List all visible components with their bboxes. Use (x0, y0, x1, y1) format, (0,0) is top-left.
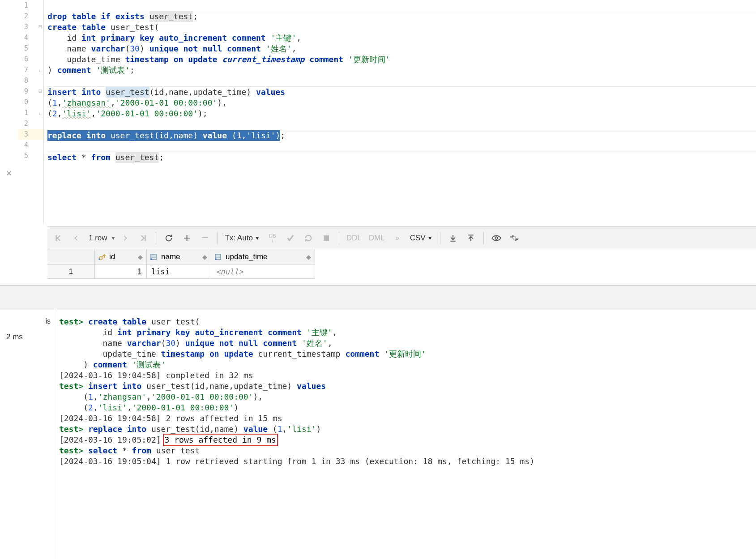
gutter-line: 8 (18, 75, 43, 86)
column-icon (215, 253, 223, 260)
column-header-update-time[interactable]: update_time ◆ (211, 249, 315, 265)
editor-line[interactable]: replace into user_test(id,name) value (1… (47, 130, 756, 141)
editor-line[interactable]: name varchar(30) unique not null comment… (47, 43, 756, 54)
results-table: id ◆ name ◆ (47, 249, 756, 279)
download-icon[interactable] (445, 230, 461, 246)
console-line: test> create table user_test( (59, 316, 754, 327)
table-row[interactable]: 1 1 lisi <null> (47, 265, 756, 279)
column-header-id[interactable]: id ◆ (95, 249, 147, 265)
gutter-line: 2 (18, 118, 43, 129)
row-number: 1 (47, 265, 95, 279)
ddl-button[interactable]: DDL (344, 234, 364, 243)
sort-icon: ◆ (306, 253, 311, 260)
column-header-name[interactable]: name ◆ (147, 249, 211, 265)
close-icon[interactable]: × (6, 168, 12, 179)
gutter-line: 1 (18, 0, 43, 11)
console-line: test> insert into user_test(id,name,upda… (59, 381, 754, 392)
console-line: [2024-03-16 19:04:58] completed in 32 ms (59, 370, 754, 381)
console-line: (1,'zhangsan','2000-01-01 00:00:00'), (59, 392, 754, 402)
cell-name[interactable]: lisi (147, 265, 211, 279)
console-line: [2024-03-16 19:05:02]3 rows affected in … (59, 435, 754, 445)
prev-page-icon[interactable] (68, 230, 84, 246)
gutter-line: 6 (18, 54, 43, 64)
upload-icon[interactable] (463, 230, 479, 246)
console-line: test> select * from user_test (59, 445, 754, 456)
editor-line[interactable] (47, 0, 756, 11)
editor-line[interactable] (47, 119, 756, 130)
svg-point-3 (98, 258, 100, 260)
gutter-line: 9⊟ (18, 86, 43, 97)
editor-line[interactable]: update_time timestamp on update current_… (47, 54, 756, 65)
editor-line[interactable]: id int primary key auto_increment commen… (47, 33, 756, 43)
results-panel: 1 row ▼ + − Tx: Auto▼ D (47, 226, 756, 279)
results-toolbar: 1 row ▼ + − Tx: Auto▼ D (47, 227, 756, 249)
editor-line[interactable] (47, 141, 756, 152)
stop-icon[interactable] (318, 230, 334, 246)
console-line: [2024-03-16 19:05:04] 1 row retrieved st… (59, 456, 754, 467)
gutter-line: 3 (18, 129, 43, 140)
highlighted-result: 3 rows affected in 9 ms (163, 434, 278, 446)
editor-line[interactable]: insert into user_test(id,name,update_tim… (47, 87, 756, 98)
svg-point-1 (495, 237, 498, 239)
fold-collapse-icon[interactable]: ⊟ (38, 25, 42, 29)
view-icon[interactable] (488, 230, 504, 246)
fold-end-icon[interactable]: ⌞ (38, 111, 42, 115)
gutter-line: 5 (18, 43, 43, 54)
editor-line[interactable]: select * from user_test; (47, 152, 756, 163)
svg-rect-0 (324, 235, 329, 241)
editor-line[interactable]: create table user_test( (47, 22, 756, 33)
gutter-line: 7⌞ (18, 64, 43, 75)
remove-row-icon[interactable]: − (196, 230, 213, 246)
next-page-icon[interactable] (117, 230, 133, 246)
console-left-item: 2 ms (4, 329, 53, 345)
editor-line[interactable]: ) comment '测试表'; (47, 65, 756, 76)
gutter-line: 2 (18, 11, 43, 21)
console-line: ) comment '测试表' (59, 359, 754, 370)
db-commit-icon[interactable]: DB↓ (265, 230, 281, 246)
sort-icon: ◆ (138, 253, 143, 260)
gutter-line: 5 (18, 150, 43, 161)
console-line: [2024-03-16 19:04:58] 2 rows affected in… (59, 413, 754, 424)
console-left-item: is (4, 314, 53, 329)
row-count-label[interactable]: 1 row (86, 234, 110, 243)
last-page-icon[interactable] (135, 230, 151, 246)
gutter-line: 1⌞ (18, 107, 43, 118)
gutter-line: 3⊟ (18, 21, 43, 32)
gutter-line: 4 (18, 32, 43, 43)
refresh-icon[interactable] (161, 230, 177, 246)
fold-end-icon[interactable]: ⌞ (38, 68, 42, 72)
console-line: name varchar(30) unique not null comment… (59, 338, 754, 349)
console-line: (2,'lisi','2000-01-01 00:00:00') (59, 402, 754, 413)
editor-line[interactable]: (1,'zhangsan','2000-01-01 00:00:00'), (47, 98, 756, 108)
sort-icon: ◆ (202, 253, 207, 260)
commit-icon[interactable] (282, 230, 299, 246)
editor-line[interactable]: drop table if exists user_test; (47, 11, 756, 22)
export-format[interactable]: CSV▼ (407, 234, 436, 243)
console-output[interactable]: test> create table user_test( id int pri… (57, 310, 756, 559)
cell-update-time[interactable]: <null> (211, 265, 315, 279)
gutter-line: 0 (18, 97, 43, 107)
column-icon (150, 253, 158, 260)
console-line: test> replace into user_test(id,name) va… (59, 424, 754, 435)
tx-mode[interactable]: Tx: Auto▼ (222, 234, 262, 243)
editor-line[interactable] (47, 76, 756, 86)
add-row-icon[interactable]: + (179, 230, 195, 246)
svg-point-7 (150, 258, 152, 260)
console-panel: is 2 ms test> create table user_test( id… (0, 310, 756, 559)
key-icon (98, 253, 107, 260)
first-page-icon[interactable] (50, 230, 66, 246)
gutter-line: 4 (18, 140, 43, 150)
dml-button[interactable]: DML (366, 234, 388, 243)
svg-point-11 (215, 258, 217, 260)
console-line: id int primary key auto_increment commen… (59, 327, 754, 338)
editor-line[interactable]: (2,'lisi','2000-01-01 00:00:00'); (47, 108, 756, 119)
sql-editor[interactable]: 123⊟4567⌞89⊟01⌞2345 drop table if exists… (18, 0, 756, 224)
console-line: update_time timestamp on update current_… (59, 349, 754, 359)
more-icon[interactable]: » (389, 230, 406, 246)
cell-id[interactable]: 1 (95, 265, 147, 279)
fold-collapse-icon[interactable]: ⊟ (38, 89, 42, 94)
rollback-icon[interactable] (300, 230, 316, 246)
settings-icon[interactable] (506, 230, 522, 246)
